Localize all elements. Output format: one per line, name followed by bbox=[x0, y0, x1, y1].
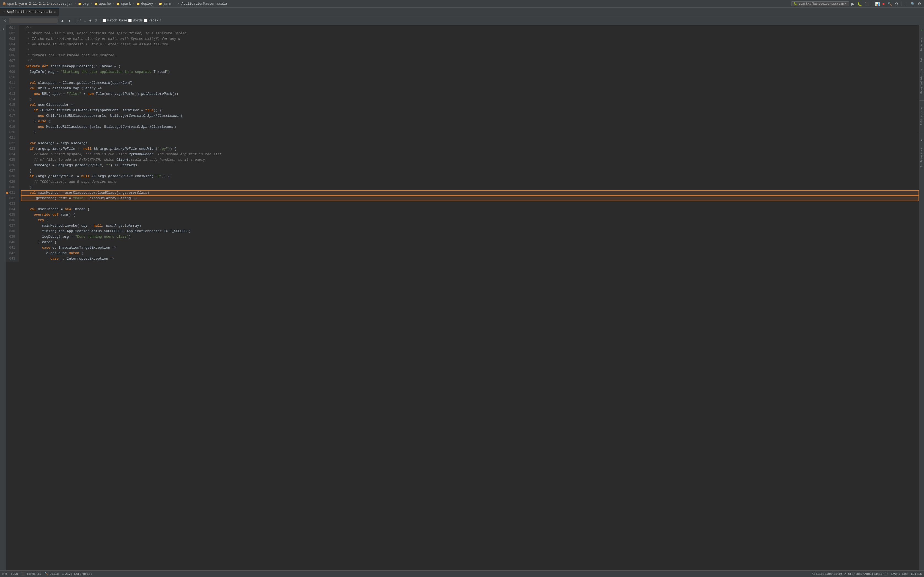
next-result-button[interactable]: ▼ bbox=[66, 18, 73, 23]
line-number-601: 601 bbox=[7, 25, 17, 31]
code-line-627[interactable]: } bbox=[21, 168, 919, 174]
code-line-604[interactable]: * we assume it was successful, for all o… bbox=[21, 42, 919, 47]
code-line-636[interactable]: try { bbox=[21, 218, 919, 223]
code-line-602[interactable]: * Start the user class, which contains t… bbox=[21, 31, 919, 36]
vcs-button[interactable]: ⋮ bbox=[904, 1, 909, 6]
breadcrumb-item-spark[interactable]: 📁 spark bbox=[116, 2, 131, 6]
breadcrumb-item-apache[interactable]: 📁 apache bbox=[94, 2, 111, 6]
project-icon[interactable]: 1 bbox=[0, 27, 5, 31]
code-line-632[interactable]: .getMethod( name = "main", classOf[Array… bbox=[21, 196, 919, 201]
code-line-601[interactable]: /** bbox=[21, 25, 919, 31]
bean-validation-label[interactable]: Bean Validation bbox=[919, 68, 924, 95]
regex-text: Regex bbox=[149, 19, 158, 23]
search-everywhere-button[interactable]: 🔍 bbox=[910, 2, 916, 6]
code-line-635[interactable]: override def run() { bbox=[21, 212, 919, 218]
terminal-status[interactable]: ⬛ Terminal bbox=[21, 572, 41, 576]
run-config-icon: 🐛 bbox=[794, 2, 798, 5]
code-line-608[interactable]: private def startUserApplication(): Thre… bbox=[21, 64, 919, 69]
profile-button[interactable]: 📊 bbox=[874, 1, 880, 6]
tab-application-master[interactable]: ⚡ ApplicationMaster.scala ✕ bbox=[0, 8, 59, 16]
favorites-star-icon[interactable]: ★ bbox=[921, 138, 922, 142]
code-line-634[interactable]: val userThread = new Thread { bbox=[21, 206, 919, 212]
code-line-615[interactable]: val userClassLoader = bbox=[21, 102, 919, 108]
ant-label[interactable]: Ant bbox=[919, 56, 924, 63]
code-line-626[interactable]: userArgs = Seq(args.primaryPyFile, "") +… bbox=[21, 163, 919, 168]
build-status[interactable]: 🔨 Build bbox=[44, 572, 58, 576]
code-line-607[interactable]: */ bbox=[21, 58, 919, 64]
breadcrumb-spark-label: spark bbox=[121, 2, 131, 6]
code-line-616[interactable]: if (Client.isUserClassPathFirst(sparkCon… bbox=[21, 108, 919, 113]
code-line-643[interactable]: case _: InterruptedException => bbox=[21, 256, 919, 261]
code-line-622[interactable]: var userArgs = args.userArgs bbox=[21, 141, 919, 146]
code-line-611[interactable]: val classpath = Client.getUserClasspath(… bbox=[21, 80, 919, 86]
code-line-606[interactable]: * Returns the user thread that was start… bbox=[21, 53, 919, 58]
words-label[interactable]: Words bbox=[128, 19, 143, 23]
line-number-614: 614 bbox=[7, 97, 17, 102]
todo-status[interactable]: ☑ 6: TODO bbox=[2, 572, 18, 576]
database-label[interactable]: Database bbox=[919, 37, 924, 52]
code-line-613[interactable]: new URL( spec = "file:" + new File(entry… bbox=[21, 91, 919, 97]
prev-result-button[interactable]: ▲ bbox=[60, 18, 65, 23]
line-number-609: 609 bbox=[7, 69, 17, 75]
favorites-label[interactable]: 2- Favorites bbox=[919, 147, 924, 169]
breadcrumb-item-file[interactable]: ⚡ ApplicationMaster.scala bbox=[176, 2, 227, 6]
stop-button[interactable]: ■ bbox=[882, 1, 885, 6]
match-case-label[interactable]: Match Case bbox=[103, 19, 127, 23]
code-line-629[interactable]: // TODO(davies): add R dependencies here bbox=[21, 179, 919, 185]
code-line-605[interactable]: * bbox=[21, 47, 919, 53]
build-button[interactable]: 🔨 bbox=[887, 1, 893, 6]
breakpoint-dot[interactable] bbox=[6, 192, 8, 194]
code-line-642[interactable]: e.getCause match { bbox=[21, 251, 919, 256]
terminal-icon: ⬛ bbox=[21, 572, 25, 576]
words-checkbox[interactable] bbox=[128, 19, 132, 22]
regex-help-icon[interactable]: ? bbox=[160, 19, 162, 22]
settings-run-button[interactable]: ⚙ bbox=[894, 1, 899, 6]
code-line-610[interactable] bbox=[21, 75, 919, 80]
breadcrumb-item-deploy[interactable]: 📁 deploy bbox=[136, 2, 153, 6]
code-editor[interactable]: 6016026036046056066076086096106116126136… bbox=[6, 25, 919, 571]
match-case-checkbox[interactable] bbox=[103, 19, 106, 22]
event-log-status[interactable]: Event Log bbox=[891, 572, 908, 575]
code-line-612[interactable]: val urls = classpath.map { entry => bbox=[21, 86, 919, 91]
breadcrumb-item-yarn[interactable]: 📁 yarn bbox=[158, 2, 171, 6]
search-input[interactable] bbox=[9, 18, 58, 23]
settings-button[interactable]: ⚙ bbox=[917, 1, 922, 6]
code-line-637[interactable]: mainMethod.invoke( obj = null, userArgs.… bbox=[21, 223, 919, 229]
regex-label[interactable]: Regex bbox=[144, 19, 158, 23]
code-line-625[interactable]: // of files to add to PYTHONPATH, which … bbox=[21, 157, 919, 163]
coverage-button[interactable]: ⬛ bbox=[864, 1, 870, 6]
code-line-623[interactable]: if (args.primaryPyFile != null && args.p… bbox=[21, 146, 919, 152]
multiline-button[interactable]: ≡ bbox=[83, 18, 87, 23]
run-button[interactable]: ▶ bbox=[851, 1, 855, 6]
code-line-639[interactable]: logDebug( msg = "Done running users clas… bbox=[21, 234, 919, 240]
z-structure-label[interactable]: Z-Structure bbox=[919, 106, 924, 126]
find-replace-button[interactable]: ⇄ bbox=[77, 18, 82, 23]
tab-close-button[interactable]: ✕ bbox=[54, 10, 55, 14]
code-line-630[interactable]: } bbox=[21, 185, 919, 190]
regex-checkbox[interactable] bbox=[144, 19, 147, 22]
code-lines[interactable]: /** * Start the user class, which contai… bbox=[19, 25, 919, 261]
run-config-selector[interactable]: 🐛 SparkKafkaReceiverDStream ▾ bbox=[791, 2, 849, 6]
java-enterprise-status[interactable]: ☕ Java Enterprise bbox=[62, 572, 92, 576]
code-line-621[interactable] bbox=[21, 135, 919, 141]
code-line-628[interactable]: if (args.primaryRFile != null && args.pr… bbox=[21, 174, 919, 179]
code-line-603[interactable]: * If the main routine exits cleanly or e… bbox=[21, 36, 919, 42]
code-line-631[interactable]: val mainMethod = userClassLoader.loadCla… bbox=[21, 190, 919, 196]
code-line-640[interactable]: } catch { bbox=[21, 240, 919, 245]
code-line-624[interactable]: // When running pyspark, the app is run … bbox=[21, 152, 919, 157]
code-line-620[interactable]: } bbox=[21, 130, 919, 135]
highlight-button[interactable]: ◈ bbox=[88, 18, 92, 23]
code-line-641[interactable]: case e: InvocationTargetException => bbox=[21, 245, 919, 251]
close-search-button[interactable]: ✕ bbox=[2, 18, 8, 23]
filter-results-button[interactable]: ▽ bbox=[94, 18, 98, 23]
breadcrumb-item-org[interactable]: 📁 org bbox=[78, 2, 89, 6]
code-line-609[interactable]: logInfo( msg = "Starting the user applic… bbox=[21, 69, 919, 75]
code-line-619[interactable]: new MutableURLClassLoader(urls, Utils.ge… bbox=[21, 124, 919, 130]
breadcrumb-item-jar[interactable]: 📦 spark-yarn_2.11-2.1.1-sources.jar bbox=[2, 2, 73, 6]
code-line-618[interactable]: } else { bbox=[21, 119, 919, 124]
debug-button[interactable]: 🐛 bbox=[857, 1, 863, 6]
code-line-617[interactable]: new ChildFirstURLClassLoader(urls, Utils… bbox=[21, 113, 919, 119]
code-line-633[interactable] bbox=[21, 201, 919, 206]
code-line-614[interactable]: } bbox=[21, 97, 919, 102]
code-line-638[interactable]: finish(FinalApplicationStatus.SUCCEEDED,… bbox=[21, 229, 919, 234]
